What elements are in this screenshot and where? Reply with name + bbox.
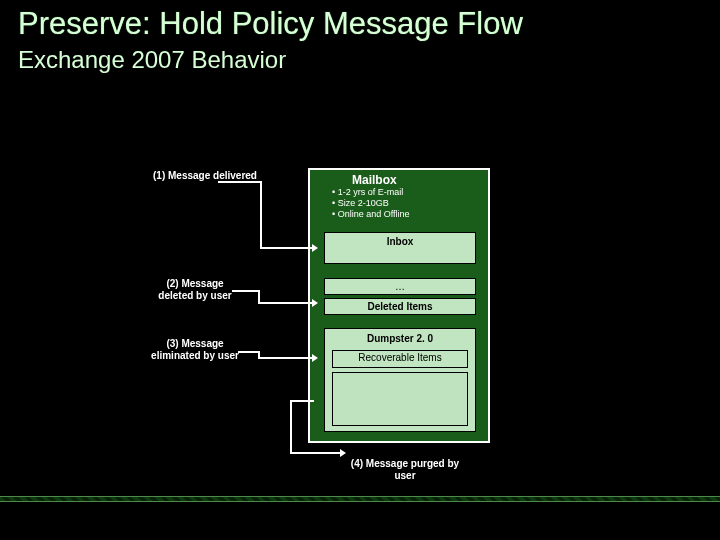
- connector: [290, 402, 292, 452]
- arrowhead-icon: [312, 354, 318, 362]
- mailbox-details: • 1-2 yrs of E-mail • Size 2-10GB • Onli…: [310, 187, 488, 220]
- mailbox-header: Mailbox • 1-2 yrs of E-mail • Size 2-10G…: [310, 170, 488, 226]
- step-label-3: (3) Message eliminated by user: [150, 338, 240, 362]
- step-label-2: (2) Message deleted by user: [155, 278, 235, 302]
- connector: [260, 247, 312, 249]
- box-deleted-items: Deleted Items: [324, 298, 476, 315]
- connector: [290, 452, 340, 454]
- slide-subtitle: Exchange 2007 Behavior: [18, 46, 286, 74]
- connector: [258, 357, 312, 359]
- connector: [290, 400, 314, 402]
- mailbox-container: Mailbox • 1-2 yrs of E-mail • Size 2-10G…: [308, 168, 490, 443]
- mailbox-bullet: • 1-2 yrs of E-mail: [332, 187, 488, 198]
- slide-title: Preserve: Hold Policy Message Flow: [18, 6, 523, 42]
- mailbox-bullet: • Online and Offline: [332, 209, 488, 220]
- decorative-divider: [0, 496, 720, 502]
- mailbox-bullet: • Size 2-10GB: [332, 198, 488, 209]
- mailbox-title: Mailbox: [310, 170, 488, 187]
- box-recoverable-items: Recoverable Items: [332, 350, 468, 368]
- connector: [238, 351, 260, 353]
- arrowhead-icon: [312, 299, 318, 307]
- arrowhead-icon: [312, 244, 318, 252]
- box-dumpster-body: [332, 372, 468, 426]
- step-label-4: (4) Message purged by user: [345, 458, 465, 482]
- arrowhead-icon: [340, 449, 346, 457]
- connector: [258, 302, 312, 304]
- box-ellipsis: …: [324, 278, 476, 295]
- connector: [260, 181, 262, 249]
- dumpster-title: Dumpster 2. 0: [327, 331, 473, 344]
- slide: Preserve: Hold Policy Message Flow Excha…: [0, 0, 720, 540]
- box-inbox: Inbox: [324, 232, 476, 264]
- connector: [232, 290, 260, 292]
- connector: [218, 181, 262, 183]
